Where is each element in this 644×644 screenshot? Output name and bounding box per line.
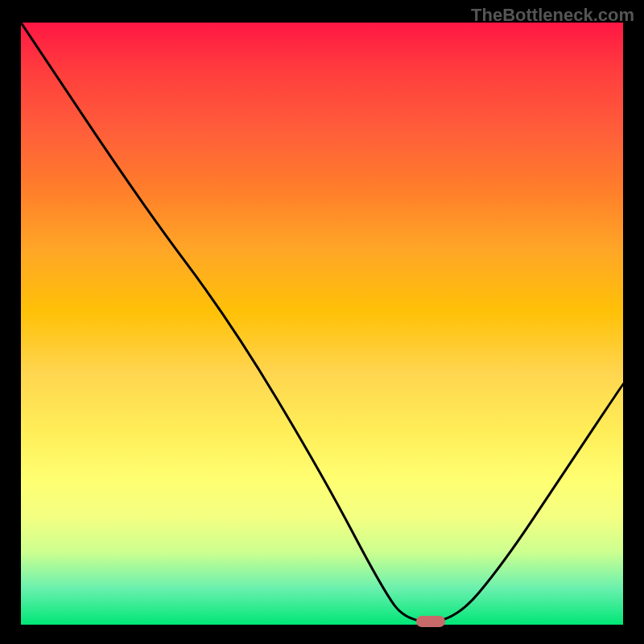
chart-plot-area [21,23,623,625]
bottleneck-curve [21,23,623,621]
watermark-text: TheBottleneck.com [471,5,634,26]
chart-curve-svg [21,23,623,625]
optimal-marker [416,616,445,627]
